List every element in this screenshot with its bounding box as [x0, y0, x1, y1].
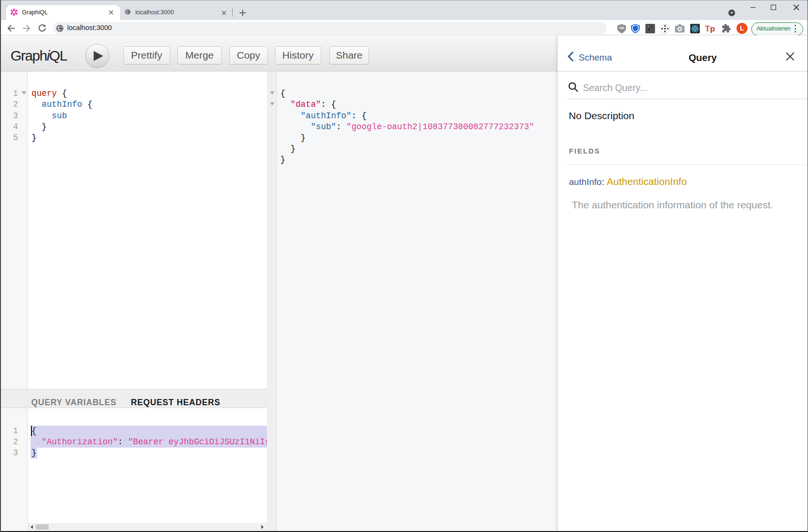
svg-text:UD: UD [619, 26, 624, 30]
